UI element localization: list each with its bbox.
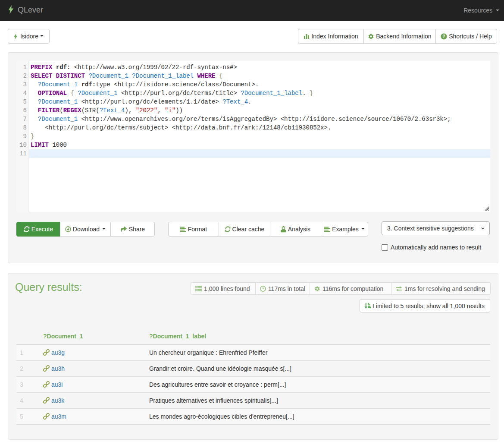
svg-text:?: ? — [443, 34, 445, 39]
